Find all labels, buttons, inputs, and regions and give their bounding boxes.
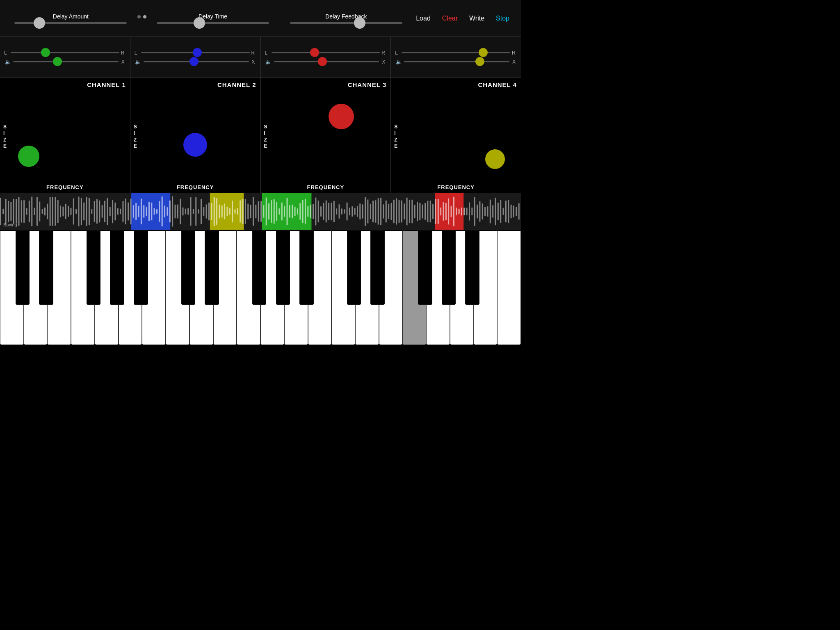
channel-strip-4: L R 🔈 X	[391, 37, 521, 78]
vol-row-1: 🔈 X	[4, 59, 126, 65]
pan-l-label: L	[135, 50, 139, 56]
channel-title-2: CHANNEL 2	[130, 78, 260, 88]
pan-r-label: R	[512, 50, 517, 56]
black-key-9[interactable]	[299, 230, 314, 305]
channel-strips: L R 🔈 X L R 🔈 X	[0, 37, 521, 78]
pan-l-label: L	[265, 50, 270, 56]
black-key-8[interactable]	[276, 230, 290, 305]
xy-pad-content-3[interactable]: SIZE	[261, 88, 391, 183]
black-key-2[interactable]	[87, 230, 101, 305]
black-key-12[interactable]	[418, 230, 432, 305]
black-key-14[interactable]	[465, 230, 479, 305]
waveform-section: Boxing	[0, 193, 521, 230]
clear-button[interactable]: Clear	[439, 13, 461, 24]
xy-ball-3[interactable]	[329, 104, 354, 129]
black-key-6[interactable]	[205, 230, 219, 305]
black-key-4[interactable]	[134, 230, 148, 305]
black-key-10[interactable]	[347, 230, 361, 305]
size-label-2: SIZE	[134, 124, 137, 149]
delay-amount-thumb[interactable]	[34, 17, 45, 29]
delay-feedback-thumb[interactable]	[354, 17, 365, 29]
pan-row-4: L R	[395, 50, 517, 56]
black-key-7[interactable]	[252, 230, 267, 305]
pan-l-label: L	[4, 50, 9, 56]
page-dots	[137, 15, 146, 18]
black-key-3[interactable]	[110, 230, 124, 305]
vol-thumb-2[interactable]	[189, 57, 199, 66]
delay-amount-slider[interactable]	[14, 22, 127, 24]
xy-pad-content-4[interactable]: SIZE	[391, 88, 521, 183]
freq-label-4: FREQUENCY	[391, 183, 521, 193]
xy-pads: CHANNEL 1 SIZE FREQUENCY CHANNEL 2 SIZE …	[0, 78, 521, 193]
vol-slider-1[interactable]	[13, 61, 119, 62]
xy-pad-4[interactable]: CHANNEL 4 SIZE FREQUENCY	[391, 78, 521, 193]
xy-ball-4[interactable]	[485, 149, 505, 169]
channel-strip-2: L R 🔈 X	[130, 37, 261, 78]
freq-label-1: FREQUENCY	[0, 183, 130, 193]
write-button[interactable]: Write	[466, 13, 488, 24]
delay-amount-label: Delay Amount	[53, 13, 89, 20]
x-label-2: X	[251, 59, 256, 65]
black-key-5[interactable]	[181, 230, 196, 305]
speaker-icon-4: 🔈	[395, 59, 402, 65]
dot-2	[143, 15, 146, 18]
speaker-icon-3: 🔈	[265, 59, 272, 65]
pan-l-label: L	[395, 50, 400, 56]
channel-strip-1: L R 🔈 X	[0, 37, 130, 78]
piano-section	[0, 230, 521, 345]
pan-r-label: R	[121, 50, 126, 56]
xy-pad-1[interactable]: CHANNEL 1 SIZE FREQUENCY	[0, 78, 130, 193]
pan-slider-2[interactable]	[141, 52, 250, 53]
vol-slider-4[interactable]	[404, 61, 509, 62]
xy-pad-content-2[interactable]: SIZE	[130, 88, 260, 183]
size-label-4: SIZE	[394, 124, 397, 149]
nav-buttons: Load Clear Write Stop	[413, 13, 517, 24]
pan-slider-1[interactable]	[11, 52, 119, 53]
delay-feedback-section: Delay Feedback	[279, 13, 413, 24]
load-button[interactable]: Load	[413, 13, 434, 24]
x-label-1: X	[120, 59, 126, 65]
delay-feedback-slider[interactable]	[290, 22, 402, 24]
pan-r-label: R	[251, 50, 256, 56]
waveform-label: Boxing	[3, 222, 17, 227]
pan-thumb-3[interactable]	[310, 48, 319, 57]
stop-button[interactable]: Stop	[493, 13, 513, 24]
pan-thumb-2[interactable]	[193, 48, 202, 57]
pan-thumb-1[interactable]	[41, 48, 50, 57]
xy-pad-3[interactable]: CHANNEL 3 SIZE FREQUENCY	[261, 78, 391, 193]
vol-thumb-3[interactable]	[318, 57, 327, 66]
xy-ball-2[interactable]	[183, 133, 207, 157]
black-key-1[interactable]	[39, 230, 53, 305]
speaker-icon-2: 🔈	[135, 59, 142, 65]
pan-row-3: L R	[265, 50, 387, 56]
xy-pad-2[interactable]: CHANNEL 2 SIZE FREQUENCY	[130, 78, 261, 193]
piano	[0, 230, 521, 345]
black-key-0[interactable]	[16, 230, 30, 305]
delay-amount-section: Delay Amount	[4, 13, 137, 24]
vol-row-2: 🔈 X	[135, 59, 256, 65]
freq-label-3: FREQUENCY	[261, 183, 391, 193]
pan-slider-3[interactable]	[272, 52, 380, 53]
vol-thumb-4[interactable]	[475, 57, 484, 66]
xy-ball-1[interactable]	[18, 146, 39, 167]
vol-thumb-1[interactable]	[53, 57, 62, 66]
delay-time-slider[interactable]	[157, 22, 269, 24]
channel-strip-3: L R 🔈 X	[261, 37, 391, 78]
x-label-3: X	[381, 59, 386, 65]
black-key-11[interactable]	[370, 230, 385, 305]
black-key-13[interactable]	[442, 230, 456, 305]
dot-1	[137, 15, 141, 18]
pan-thumb-4[interactable]	[479, 48, 488, 57]
speaker-icon-1: 🔈	[4, 59, 11, 65]
channel-title-3: CHANNEL 3	[261, 78, 391, 88]
vol-slider-2[interactable]	[144, 61, 249, 62]
top-controls: Delay Amount Delay Time Delay Feedback L…	[0, 0, 521, 37]
pan-slider-4[interactable]	[402, 52, 510, 53]
white-key-21[interactable]	[497, 230, 521, 345]
delay-time-thumb[interactable]	[194, 17, 205, 29]
xy-pad-content-1[interactable]: SIZE	[0, 88, 130, 183]
channel-title-4: CHANNEL 4	[391, 78, 521, 88]
vol-slider-3[interactable]	[274, 61, 379, 62]
vol-row-3: 🔈 X	[265, 59, 387, 65]
vol-row-4: 🔈 X	[395, 59, 517, 65]
